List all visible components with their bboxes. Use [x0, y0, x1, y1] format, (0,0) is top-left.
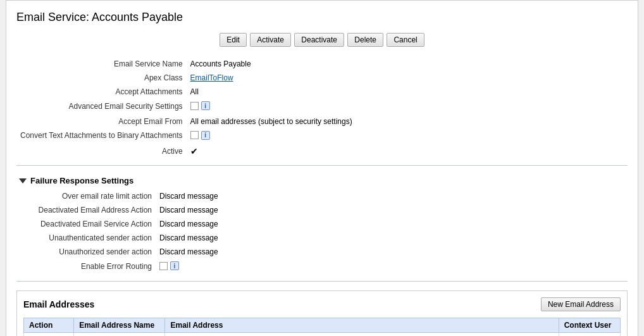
- email-addresses-table: Action Email Address Name Email Address …: [23, 318, 621, 337]
- unauthenticated-label: Unauthenticated sender action: [16, 231, 156, 245]
- email-service-name-value: Accounts Payable: [187, 57, 628, 71]
- advanced-security-value: i: [187, 99, 628, 115]
- deactivated-email-row: Deactivated Email Address Action Discard…: [16, 203, 628, 217]
- apex-class-link[interactable]: EmailToFlow: [190, 73, 233, 82]
- advanced-security-checkbox-group: i: [190, 101, 210, 110]
- accept-attachments-row: Accept Attachments All: [16, 85, 628, 99]
- enable-error-checkbox[interactable]: [159, 262, 168, 270]
- collapse-triangle-icon[interactable]: [19, 178, 27, 184]
- advanced-security-checkbox[interactable]: [190, 102, 199, 110]
- failure-response-title: Failure Response Settings: [30, 176, 133, 185]
- convert-text-checkbox-group: i: [190, 131, 210, 140]
- email-table-header-row: Action Email Address Name Email Address …: [24, 318, 621, 332]
- convert-text-row: Convert Text Attachments to Binary Attac…: [16, 128, 628, 144]
- deactivated-service-row: Deactivated Email Service Action Discard…: [16, 217, 628, 231]
- apex-class-row: Apex Class EmailToFlow: [16, 71, 628, 85]
- accept-email-from-row: Accept Email From All email addresses (s…: [16, 115, 628, 128]
- over-email-rate-label: Over email rate limit action: [16, 189, 156, 203]
- active-value: ✔: [187, 144, 628, 159]
- active-label: Active: [16, 144, 187, 159]
- email-service-name-label: Email Service Name: [16, 57, 187, 71]
- accept-attachments-label: Accept Attachments: [16, 85, 187, 99]
- unauthenticated-row: Unauthenticated sender action Discard me…: [16, 231, 628, 245]
- accept-email-from-label: Accept Email From: [16, 115, 187, 128]
- page-title: Email Service: Accounts Payable: [16, 11, 628, 24]
- active-checkmark: ✔: [190, 146, 198, 156]
- apex-class-value: EmailToFlow: [187, 71, 628, 85]
- table-row: View|Editaccounts_payableap@9-1y9ctvzo65…: [24, 332, 621, 336]
- convert-text-label: Convert Text Attachments to Binary Attac…: [16, 128, 187, 144]
- accept-email-from-value: All email addresses (subject to security…: [187, 115, 628, 128]
- enable-error-label: Enable Error Routing: [16, 259, 156, 275]
- unauthorized-value: Discard message: [156, 245, 628, 259]
- email-addresses-section: Email Addresses New Email Address Action…: [16, 290, 628, 337]
- convert-text-checkbox[interactable]: [190, 131, 199, 139]
- apex-class-label: Apex Class: [16, 71, 187, 85]
- convert-text-info-icon[interactable]: i: [201, 131, 210, 140]
- email-service-name-row: Email Service Name Accounts Payable: [16, 57, 628, 71]
- accept-attachments-value: All: [187, 85, 628, 99]
- email-table-head: Action Email Address Name Email Address …: [24, 318, 621, 332]
- deactivated-email-label: Deactivated Email Address Action: [16, 203, 156, 217]
- new-email-address-button[interactable]: New Email Address: [541, 297, 621, 311]
- col-header-name: Email Address Name: [74, 318, 165, 332]
- email-addresses-title: Email Addresses: [23, 299, 94, 309]
- advanced-security-label: Advanced Email Security Settings: [16, 99, 187, 115]
- unauthorized-row: Unauthorized sender action Discard messa…: [16, 245, 628, 259]
- activate-button[interactable]: Activate: [250, 33, 291, 47]
- col-header-email: Email Address: [165, 318, 559, 332]
- failure-response-section: Over email rate limit action Discard mes…: [16, 189, 628, 275]
- active-row: Active ✔: [16, 144, 628, 159]
- unauthorized-label: Unauthorized sender action: [16, 245, 156, 259]
- enable-error-info-icon[interactable]: i: [170, 261, 179, 270]
- unauthenticated-value: Discard message: [156, 231, 628, 245]
- section-divider-2: [16, 281, 628, 282]
- edit-button[interactable]: Edit: [220, 33, 247, 47]
- deactivated-service-label: Deactivated Email Service Action: [16, 217, 156, 231]
- email-address-name-cell: accounts_payable: [74, 332, 165, 336]
- form-section: Email Service Name Accounts Payable Apex…: [16, 57, 628, 159]
- convert-text-value: i: [187, 128, 628, 144]
- enable-error-checkbox-group: i: [159, 261, 179, 270]
- deactivated-email-value: Discard message: [156, 203, 628, 217]
- failure-response-header: Failure Response Settings: [16, 172, 628, 189]
- deactivated-service-value: Discard message: [156, 217, 628, 231]
- action-cell: View|Edit: [24, 332, 74, 336]
- email-addresses-header: Email Addresses New Email Address: [23, 297, 621, 311]
- col-header-context-user: Context User: [559, 318, 620, 332]
- advanced-security-row: Advanced Email Security Settings i: [16, 99, 628, 115]
- toolbar: Edit Activate Deactivate Delete Cancel: [16, 33, 628, 47]
- enable-error-row: Enable Error Routing i: [16, 259, 628, 275]
- deactivate-button[interactable]: Deactivate: [294, 33, 344, 47]
- over-email-rate-row: Over email rate limit action Discard mes…: [16, 189, 628, 203]
- over-email-rate-value: Discard message: [156, 189, 628, 203]
- section-divider-1: [16, 165, 628, 166]
- email-address-cell: ap@9-1y9ctvzo656urpiehmy1z9kj0d90bwu0o7v…: [165, 332, 559, 336]
- advanced-security-info-icon[interactable]: i: [201, 101, 210, 110]
- delete-button[interactable]: Delete: [347, 33, 383, 47]
- context-user-cell: Ohad Idan: [559, 332, 620, 336]
- email-table-body: View|Editaccounts_payableap@9-1y9ctvzo65…: [24, 332, 621, 336]
- page-container: Email Service: Accounts Payable Edit Act…: [6, 0, 638, 336]
- enable-error-value: i: [156, 259, 628, 275]
- col-header-action: Action: [24, 318, 74, 332]
- cancel-button[interactable]: Cancel: [387, 33, 424, 47]
